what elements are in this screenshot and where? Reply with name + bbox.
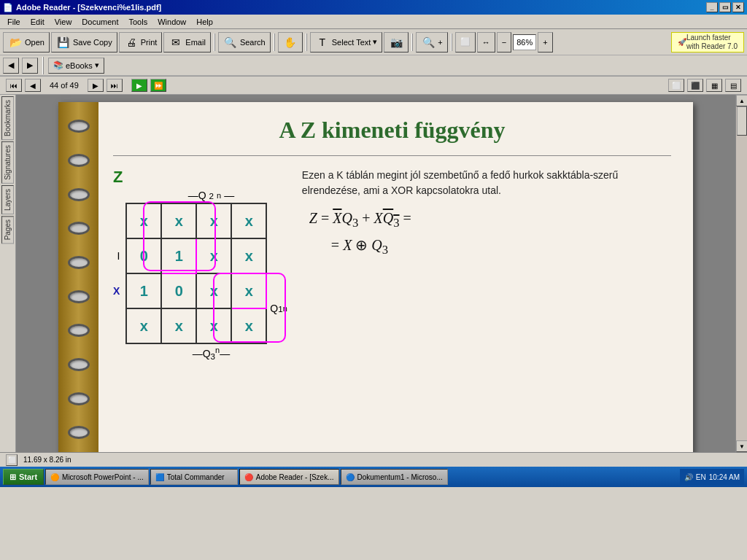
fit-width-icon: ↔ bbox=[482, 38, 490, 47]
first-page-button[interactable]: ⏮ bbox=[6, 79, 22, 92]
nav-right-controls: ⬜ ⬛ ▦ ▤ bbox=[668, 79, 741, 92]
launch-banner[interactable]: 🚀 Launch fasterwith Reader 7.0 bbox=[671, 32, 744, 52]
kmap-right-label: Q1n bbox=[270, 221, 287, 326]
print-icon: 🖨 bbox=[124, 35, 139, 50]
nav-next-page[interactable]: ▶ bbox=[22, 58, 38, 74]
menu-window[interactable]: Window bbox=[153, 16, 190, 28]
ring-4 bbox=[68, 222, 90, 235]
kmap-bottom-label: —Q3n— bbox=[113, 346, 287, 361]
zoom-in-button[interactable]: 🔍 + bbox=[416, 32, 447, 52]
snapshot-button[interactable]: 📷 bbox=[384, 32, 409, 52]
taskbar-item-2[interactable]: 🔴 Adobe Reader - [Szek... bbox=[239, 469, 339, 485]
taskbar-label-2: Adobe Reader - [Szek... bbox=[256, 473, 334, 481]
select-text-button[interactable]: T Select Text ▾ bbox=[310, 32, 383, 52]
taskbar-item-1[interactable]: 🟦 Total Commander bbox=[150, 469, 238, 485]
open-button[interactable]: 📂 Open bbox=[3, 32, 50, 52]
email-button[interactable]: ✉ Email bbox=[163, 32, 211, 52]
search-button[interactable]: 🔍 Search bbox=[218, 32, 271, 52]
close-button[interactable]: ✕ bbox=[732, 2, 744, 12]
ebooks-icon: 📚 bbox=[53, 61, 63, 70]
ring-8 bbox=[68, 358, 90, 371]
save-copy-button[interactable]: 💾 Save Copy bbox=[51, 32, 117, 52]
search-label: Search bbox=[240, 38, 266, 47]
signatures-tab[interactable]: Signatures bbox=[1, 141, 14, 184]
kmap-table: x x x x 0 1 x bbox=[125, 203, 267, 344]
snapshot-icon: 📷 bbox=[389, 35, 403, 50]
hand-tool-button[interactable]: ✋ bbox=[278, 32, 303, 52]
menu-help[interactable]: Help bbox=[192, 16, 217, 28]
menu-tools[interactable]: Tools bbox=[125, 16, 152, 28]
kmap-wrapper: I X x x bbox=[113, 203, 287, 344]
minimize-button[interactable]: _ bbox=[706, 2, 718, 12]
ring-5 bbox=[68, 256, 90, 269]
pages-tab[interactable]: Pages bbox=[1, 216, 14, 244]
hand-icon: ✋ bbox=[283, 35, 298, 50]
nav-bar: ⏮ ◀ 44 of 49 ▶ ⏭ ▶ ⏩ ⬜ ⬛ ▦ ▤ bbox=[0, 76, 747, 95]
description-text: Ezen a K táblán megint jól szembe­tűnő a… bbox=[302, 168, 671, 198]
layers-tab[interactable]: Layers bbox=[1, 185, 14, 214]
zoom-control: 86% bbox=[513, 34, 536, 50]
kmap-cell-02: x bbox=[196, 203, 231, 238]
view-mode-4[interactable]: ▤ bbox=[725, 79, 741, 92]
nav-prev-page[interactable]: ◀ bbox=[3, 58, 19, 74]
ring-1 bbox=[68, 120, 90, 133]
formula-1: Z = XQ3 + XQ3 = bbox=[302, 210, 671, 230]
start-button[interactable]: ⊞ Start bbox=[3, 469, 44, 485]
last-page-button[interactable]: ⏭ bbox=[107, 79, 123, 92]
prev-page-button[interactable]: ◀ bbox=[25, 79, 41, 92]
fit-button[interactable]: ⬜ bbox=[6, 454, 18, 466]
taskbar-item-3[interactable]: 🔵 Dokumentum1 - Microso... bbox=[341, 469, 448, 485]
app-icon: 📄 bbox=[3, 3, 13, 12]
kmap-cell-00: x bbox=[126, 203, 161, 238]
kmap-row-label-empty bbox=[113, 203, 123, 238]
menu-view[interactable]: View bbox=[50, 16, 77, 28]
tray-icon-1: 🔊 bbox=[684, 473, 693, 481]
title-bar: 📄 Adobe Reader - [Szekvenci%e1lis.pdf] _… bbox=[0, 0, 747, 15]
forward-button[interactable]: ⏩ bbox=[150, 79, 166, 92]
ebooks-button[interactable]: 📚 eBooks ▾ bbox=[48, 58, 104, 74]
menu-edit[interactable]: Edit bbox=[26, 16, 49, 28]
zoom-out-button[interactable]: − bbox=[497, 32, 511, 52]
view-mode-3[interactable]: ▦ bbox=[706, 79, 722, 92]
scroll-up-button[interactable]: ▲ bbox=[736, 95, 747, 106]
zoom-increment-button[interactable]: + bbox=[538, 32, 552, 52]
menu-file[interactable]: File bbox=[3, 16, 25, 28]
title-divider bbox=[113, 155, 671, 156]
page-content: A Z kimeneti függvény Z —Q2n— bbox=[98, 102, 693, 452]
play-button[interactable]: ▶ bbox=[131, 79, 147, 92]
taskbar-item-0[interactable]: 🟠 Microsoft PowerPoint - ... bbox=[45, 469, 149, 485]
separator-5 bbox=[451, 34, 452, 51]
menu-document[interactable]: Document bbox=[77, 16, 123, 28]
fit-page-button[interactable]: ⬜ bbox=[455, 32, 476, 52]
view-mode-2[interactable]: ⬛ bbox=[687, 79, 703, 92]
scroll-track[interactable] bbox=[736, 106, 747, 440]
kmap-cell-03: x bbox=[231, 203, 266, 238]
second-toolbar: ◀ ▶ 📚 eBooks ▾ bbox=[0, 55, 747, 76]
restore-button[interactable]: ▭ bbox=[719, 2, 731, 12]
search-icon: 🔍 bbox=[223, 35, 238, 50]
page-title: A Z kimeneti függvény bbox=[113, 117, 671, 144]
next-page-button[interactable]: ▶ bbox=[88, 79, 104, 92]
kmap-area: Z —Q2n— I X bbox=[113, 168, 287, 361]
launch-banner-icon: 🚀 bbox=[678, 38, 686, 46]
scroll-down-button[interactable]: ▼ bbox=[736, 440, 747, 452]
pdf-page: A Z kimeneti függvény Z —Q2n— bbox=[58, 102, 693, 452]
kmap-cell-13: x bbox=[231, 238, 266, 273]
kmap-row-label-i: I bbox=[113, 238, 123, 273]
print-label: Print bbox=[141, 38, 158, 47]
scroll-thumb[interactable] bbox=[737, 106, 747, 136]
kmap-cell-01: x bbox=[161, 203, 196, 238]
launch-banner-text: Launch fasterwith Reader 7.0 bbox=[686, 34, 738, 51]
bookmarks-tab[interactable]: Bookmarks bbox=[1, 96, 14, 140]
q1n-label: Q1n bbox=[270, 291, 287, 326]
toolbar-right: 🚀 Launch fasterwith Reader 7.0 bbox=[671, 32, 744, 52]
menu-bar: File Edit View Document Tools Window Hel… bbox=[0, 15, 747, 29]
kmap-z-label: Z bbox=[113, 168, 287, 187]
save-icon: 💾 bbox=[56, 35, 71, 50]
print-button[interactable]: 🖨 Print bbox=[119, 32, 163, 52]
fit-page-icon: ⬜ bbox=[460, 37, 471, 47]
status-bar: ⬜ 11.69 x 8.26 in bbox=[0, 452, 747, 467]
kmap-cell-21: 0 bbox=[161, 273, 196, 308]
fit-width-button[interactable]: ↔ bbox=[477, 32, 495, 52]
view-mode-1[interactable]: ⬜ bbox=[668, 79, 684, 92]
